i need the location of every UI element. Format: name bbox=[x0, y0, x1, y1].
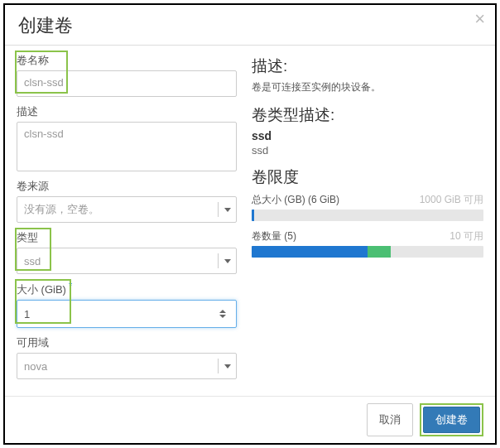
select-type[interactable]: ssd bbox=[17, 248, 237, 274]
modal-footer: 取消 创建卷 bbox=[5, 396, 495, 443]
quota-size-bar bbox=[252, 210, 483, 221]
quota-count-bar bbox=[252, 246, 483, 258]
heading-type-desc: 卷类型描述: bbox=[252, 104, 483, 126]
quota-count-avail: 10 可用 bbox=[450, 229, 483, 243]
text-description: 卷是可连接至实例的块设备。 bbox=[252, 80, 483, 94]
modal-dialog: 创建卷 × 卷名称 clsn-ssd 描述 clsn-ssd 卷来源 没有源，空… bbox=[3, 3, 497, 445]
select-type-value: ssd bbox=[24, 255, 41, 267]
field-type: 类型 ssd bbox=[17, 229, 237, 274]
select-source-value: 没有源，空卷。 bbox=[24, 202, 99, 217]
text-type-desc: ssd bbox=[252, 144, 483, 157]
input-size[interactable]: 1 bbox=[17, 300, 237, 328]
submit-button[interactable]: 创建卷 bbox=[423, 407, 480, 433]
close-icon[interactable]: × bbox=[474, 10, 485, 28]
highlight-submit: 创建卷 bbox=[420, 403, 483, 436]
quota-size-label: 总大小 (GB) (6 GiB) bbox=[252, 193, 339, 207]
select-source[interactable]: 没有源，空卷。 bbox=[17, 196, 237, 223]
chevron-down-icon bbox=[218, 359, 236, 373]
info-column: 描述: 卷是可连接至实例的块设备。 卷类型描述: ssd ssd 卷限度 总大小… bbox=[248, 52, 483, 400]
field-az: 可用域 nova bbox=[17, 335, 237, 379]
quota-count-label: 卷数量 (5) bbox=[252, 229, 296, 243]
modal-body: 卷名称 clsn-ssd 描述 clsn-ssd 卷来源 没有源，空卷。 类型 … bbox=[5, 46, 495, 400]
label-source: 卷来源 bbox=[17, 179, 49, 194]
field-source: 卷来源 没有源，空卷。 bbox=[17, 178, 237, 223]
label-type: 类型 bbox=[17, 230, 38, 245]
field-size: 大小 (GiB) 1 bbox=[17, 281, 237, 328]
label-volume-name: 卷名称 bbox=[17, 53, 49, 68]
modal-header: 创建卷 × bbox=[5, 5, 495, 46]
chevron-down-icon bbox=[218, 253, 236, 268]
input-size-value: 1 bbox=[24, 308, 30, 320]
label-az: 可用域 bbox=[17, 335, 49, 350]
spinner-icon[interactable] bbox=[216, 305, 229, 323]
heading-description: 描述: bbox=[252, 55, 483, 77]
field-description: 描述 clsn-ssd bbox=[17, 104, 237, 171]
form-column: 卷名称 clsn-ssd 描述 clsn-ssd 卷来源 没有源，空卷。 类型 … bbox=[17, 52, 248, 400]
textarea-description[interactable]: clsn-ssd bbox=[17, 122, 237, 171]
quota-size-avail: 1000 GiB 可用 bbox=[420, 193, 483, 207]
field-volume-name: 卷名称 clsn-ssd bbox=[17, 52, 237, 97]
quota-size-row: 总大小 (GB) (6 GiB) 1000 GiB 可用 bbox=[252, 193, 483, 207]
chevron-down-icon bbox=[218, 202, 236, 217]
modal-title: 创建卷 bbox=[18, 13, 482, 38]
heading-limits: 卷限度 bbox=[252, 166, 483, 188]
text-type-name: ssd bbox=[252, 129, 483, 142]
select-az[interactable]: nova bbox=[17, 353, 237, 379]
cancel-button[interactable]: 取消 bbox=[367, 403, 413, 436]
label-description: 描述 bbox=[17, 104, 38, 119]
quota-count-row: 卷数量 (5) 10 可用 bbox=[252, 229, 483, 243]
select-az-value: nova bbox=[24, 360, 47, 373]
label-size: 大小 (GiB) bbox=[17, 281, 72, 297]
input-volume-name[interactable]: clsn-ssd bbox=[17, 70, 237, 97]
